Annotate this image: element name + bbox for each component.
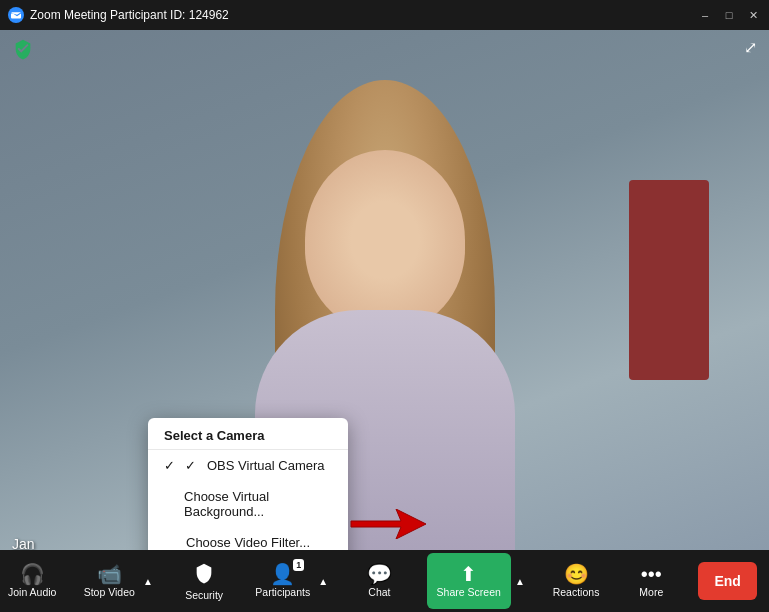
svg-marker-0 [351,509,426,539]
window-controls[interactable]: – □ ✕ [697,7,761,23]
join-audio-label: Join Audio [8,586,56,598]
red-chair-element [629,180,709,380]
red-arrow-indicator [346,509,426,546]
stop-video-label: Stop Video [84,586,135,598]
security-label: Security [185,589,223,601]
stop-video-chevron[interactable]: ▲ [139,553,157,609]
dropdown-item-virtual-bg[interactable]: Choose Virtual Background... [148,481,348,527]
title-bar: Zoom Meeting Participant ID: 124962 – □ … [0,0,769,30]
toolbar: 🎧 Join Audio 📹 Stop Video ▲ Security 👤 1… [0,550,769,612]
join-audio-button[interactable]: 🎧 Join Audio [4,553,60,609]
participants-label: Participants [255,586,310,598]
participant-count-badge: 1 [293,559,304,571]
end-button[interactable]: End [698,562,756,600]
participants-chevron[interactable]: ▲ [314,553,332,609]
reactions-button[interactable]: 😊 Reactions [548,553,604,609]
person-face [305,150,465,330]
video-area: Jan [0,30,769,560]
share-screen-chevron[interactable]: ▲ [511,553,529,609]
check-icon: ✓ [185,458,201,473]
headphone-icon: 🎧 [20,564,45,584]
stop-video-group: 📹 Stop Video ▲ [80,553,157,609]
dropdown-title: Select a Camera [148,418,348,450]
title-bar-left: Zoom Meeting Participant ID: 124962 [8,7,229,23]
video-background [0,30,769,560]
expand-icon[interactable]: ⤢ [744,38,757,57]
more-label: More [639,586,663,598]
more-icon: ••• [641,564,662,584]
security-shield-badge [12,38,34,60]
dropdown-item-obs[interactable]: ✓ OBS Virtual Camera [148,450,348,481]
reactions-icon: 😊 [564,564,589,584]
close-button[interactable]: ✕ [745,7,761,23]
participants-icon: 👤 [270,564,295,584]
share-screen-group: ⬆ Share Screen ▲ [427,553,529,609]
minimize-button[interactable]: – [697,7,713,23]
share-screen-icon: ⬆ [460,564,477,584]
zoom-logo-icon [8,7,24,23]
maximize-button[interactable]: □ [721,7,737,23]
share-screen-label: Share Screen [437,586,501,598]
chat-label: Chat [368,586,390,598]
stop-video-button[interactable]: 📹 Stop Video [80,553,139,609]
participants-group: 👤 1 Participants ▲ [251,553,332,609]
more-button[interactable]: ••• More [623,553,679,609]
chat-icon: 💬 [367,564,392,584]
window-title: Zoom Meeting Participant ID: 124962 [30,8,229,22]
participants-button[interactable]: 👤 1 Participants [251,553,314,609]
share-screen-button[interactable]: ⬆ Share Screen [427,553,511,609]
security-button[interactable]: Security [176,553,232,609]
reactions-label: Reactions [553,586,600,598]
video-icon: 📹 [97,564,122,584]
security-shield-icon [193,562,215,587]
chat-button[interactable]: 💬 Chat [351,553,407,609]
